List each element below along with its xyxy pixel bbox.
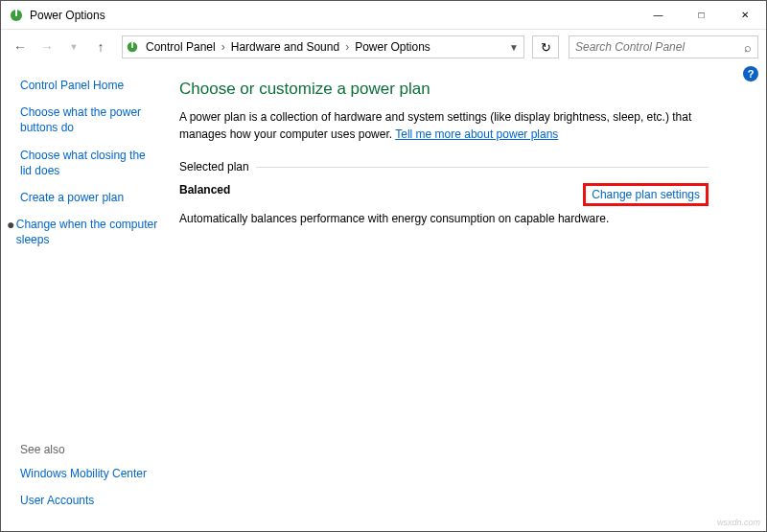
window-title: Power Options: [30, 9, 105, 22]
see-also-title: See also: [20, 443, 160, 456]
sidebar-link-change-sleep[interactable]: ● Change when the computer sleeps: [7, 217, 160, 247]
chevron-right-icon: ›: [343, 40, 351, 54]
see-also: See also Windows Mobility Center User Ac…: [20, 443, 160, 521]
sidebar-item-label: Change when the computer sleeps: [16, 217, 160, 247]
breadcrumb-item[interactable]: Control Panel: [142, 40, 220, 54]
search-box[interactable]: ⌕: [569, 35, 758, 58]
content-body: Control Panel Home Choose what the power…: [1, 64, 766, 531]
breadcrumb-item[interactable]: Power Options: [351, 40, 434, 54]
window-controls: — □ ✕: [637, 1, 766, 29]
sidebar-link-power-buttons[interactable]: Choose what the power buttons do: [20, 104, 160, 135]
maximize-button[interactable]: □: [680, 1, 723, 29]
minimize-button[interactable]: —: [637, 1, 680, 29]
plan-description: Automatically balances performance with …: [179, 212, 709, 225]
plan-row: Balanced Change plan settings: [179, 183, 709, 206]
chevron-right-icon: ›: [220, 40, 227, 54]
breadcrumb: Control Panel › Hardware and Sound › Pow…: [142, 40, 504, 54]
back-button[interactable]: ←: [9, 35, 32, 58]
forward-button[interactable]: →: [35, 35, 58, 58]
see-also-user-accounts[interactable]: User Accounts: [20, 493, 160, 508]
navbar: ← → ▼ ↑ Control Panel › Hardware and Sou…: [1, 30, 766, 64]
power-options-icon: [123, 40, 142, 54]
page-heading: Choose or customize a power plan: [179, 80, 709, 99]
main-content: Choose or customize a power plan A power…: [174, 64, 766, 531]
sidebar: Control Panel Home Choose what the power…: [1, 64, 174, 531]
search-icon: ⌕: [744, 40, 752, 55]
recent-dropdown[interactable]: ▼: [62, 35, 85, 58]
close-button[interactable]: ✕: [723, 1, 766, 29]
change-plan-settings-link[interactable]: Change plan settings: [583, 183, 709, 206]
titlebar: Power Options — □ ✕: [1, 1, 766, 30]
page-description: A power plan is a collection of hardware…: [179, 108, 709, 143]
control-panel-home-link[interactable]: Control Panel Home: [20, 78, 160, 93]
svg-rect-1: [15, 10, 17, 16]
help-icon[interactable]: ?: [743, 66, 758, 81]
refresh-button[interactable]: ↻: [532, 35, 559, 58]
current-page-indicator-icon: ●: [7, 218, 16, 231]
sidebar-link-closing-lid[interactable]: Choose what closing the lid does: [20, 148, 160, 178]
see-also-mobility-center[interactable]: Windows Mobility Center: [20, 466, 160, 481]
tell-me-more-link[interactable]: Tell me more about power plans: [395, 127, 558, 141]
power-options-icon: [9, 8, 24, 23]
search-input[interactable]: [575, 40, 744, 54]
address-bar[interactable]: Control Panel › Hardware and Sound › Pow…: [122, 35, 524, 58]
address-dropdown-icon[interactable]: ▼: [504, 42, 523, 53]
breadcrumb-item[interactable]: Hardware and Sound: [227, 40, 343, 54]
plan-name: Balanced: [179, 183, 230, 197]
svg-rect-3: [131, 42, 133, 48]
watermark: wsxdn.com: [717, 518, 760, 527]
selected-plan-label: Selected plan: [179, 160, 709, 173]
up-button[interactable]: ↑: [89, 35, 112, 58]
sidebar-link-create-plan[interactable]: Create a power plan: [20, 190, 160, 205]
